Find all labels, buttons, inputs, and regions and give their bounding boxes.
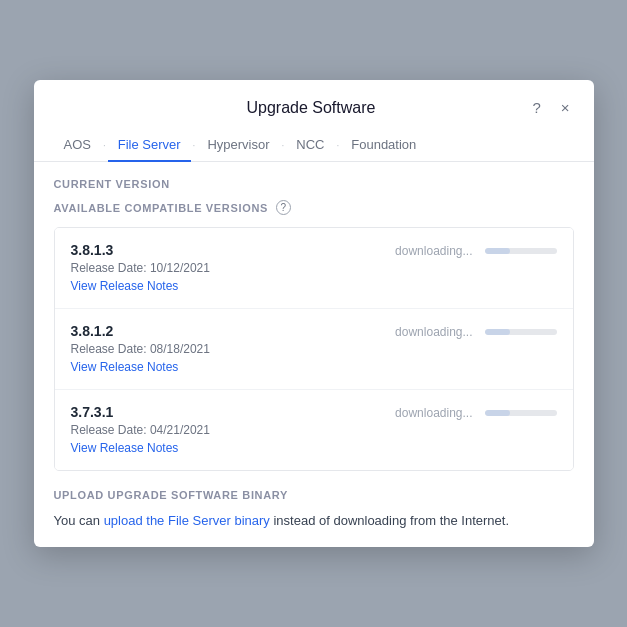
tab-dot-1: ·	[101, 140, 108, 151]
modal-title: Upgrade Software	[94, 99, 529, 117]
upgrade-software-modal: Upgrade Software ? × AOS · File Server ·…	[34, 80, 594, 547]
available-versions-label: AVAILABLE COMPATIBLE VERSIONS ?	[54, 200, 574, 215]
version-number-2: 3.7.3.1	[71, 404, 114, 420]
current-version-label: CURRENT VERSION	[54, 178, 574, 190]
upload-section: UPLOAD UPGRADE SOFTWARE BINARY You can u…	[54, 489, 574, 531]
upload-text-before: You can	[54, 513, 104, 528]
tab-hypervisor[interactable]: Hypervisor	[197, 129, 279, 162]
close-icon[interactable]: ×	[557, 98, 574, 117]
version-item-2: 3.7.3.1 downloading... Release Date: 04/…	[55, 390, 573, 470]
modal-body: CURRENT VERSION AVAILABLE COMPATIBLE VER…	[34, 162, 594, 547]
release-date-1: Release Date: 08/18/2021	[71, 342, 557, 356]
downloading-label-1: downloading...	[395, 325, 472, 339]
tab-dot-4: ·	[334, 140, 341, 151]
version-row-1: 3.8.1.2 downloading...	[71, 323, 557, 339]
tabs-bar: AOS · File Server · Hypervisor · NCC · F…	[34, 129, 594, 162]
progress-bar-fill-1	[485, 329, 510, 335]
tab-dot-3: ·	[280, 140, 287, 151]
tab-ncc[interactable]: NCC	[286, 129, 334, 162]
modal-overlay: Upgrade Software ? × AOS · File Server ·…	[0, 0, 627, 627]
progress-bar-fill-2	[485, 410, 510, 416]
status-row-2: downloading...	[395, 406, 556, 420]
version-item-0: 3.8.1.3 downloading... Release Date: 10/…	[55, 228, 573, 309]
version-row-2: 3.7.3.1 downloading...	[71, 404, 557, 420]
version-row-0: 3.8.1.3 downloading...	[71, 242, 557, 258]
version-item-1: 3.8.1.2 downloading... Release Date: 08/…	[55, 309, 573, 390]
status-row-1: downloading...	[395, 325, 556, 339]
versions-list: 3.8.1.3 downloading... Release Date: 10/…	[54, 227, 574, 471]
downloading-label-2: downloading...	[395, 406, 472, 420]
available-help-icon[interactable]: ?	[276, 200, 291, 215]
status-row-0: downloading...	[395, 244, 556, 258]
modal-header: Upgrade Software ? ×	[34, 80, 594, 117]
version-number-0: 3.8.1.3	[71, 242, 114, 258]
view-notes-link-0[interactable]: View Release Notes	[71, 279, 179, 293]
upload-section-label: UPLOAD UPGRADE SOFTWARE BINARY	[54, 489, 574, 501]
upload-text: You can upload the File Server binary in…	[54, 511, 574, 531]
tab-dot-2: ·	[191, 140, 198, 151]
header-icons: ? ×	[528, 98, 573, 117]
release-date-0: Release Date: 10/12/2021	[71, 261, 557, 275]
upload-text-after: instead of downloading from the Internet…	[270, 513, 509, 528]
progress-bar-wrap-0	[485, 248, 557, 254]
progress-bar-wrap-2	[485, 410, 557, 416]
progress-bar-fill-0	[485, 248, 510, 254]
tab-aos[interactable]: AOS	[54, 129, 101, 162]
tab-foundation[interactable]: Foundation	[341, 129, 426, 162]
view-notes-link-1[interactable]: View Release Notes	[71, 360, 179, 374]
downloading-label-0: downloading...	[395, 244, 472, 258]
view-notes-link-2[interactable]: View Release Notes	[71, 441, 179, 455]
release-date-2: Release Date: 04/21/2021	[71, 423, 557, 437]
upload-file-server-binary-link[interactable]: upload the File Server binary	[104, 513, 270, 528]
tab-file-server[interactable]: File Server	[108, 129, 191, 162]
version-number-1: 3.8.1.2	[71, 323, 114, 339]
progress-bar-wrap-1	[485, 329, 557, 335]
help-icon[interactable]: ?	[528, 98, 544, 117]
